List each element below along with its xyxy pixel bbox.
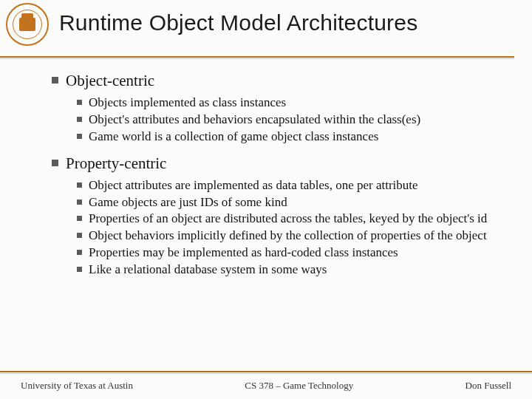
- square-bullet-icon: [77, 250, 82, 255]
- divider-top: [0, 56, 514, 58]
- footer-institution: University of Texas at Austin: [21, 380, 133, 392]
- list-item-text: Game objects are just IDs of some kind: [89, 194, 287, 211]
- section-sublist: Objects implemented as class instances O…: [77, 95, 510, 144]
- slide-footer: University of Texas at Austin CS 378 – G…: [21, 380, 511, 392]
- list-item: Game objects are just IDs of some kind: [77, 194, 510, 211]
- list-item-text: Properties may be implemented as hard-co…: [89, 245, 398, 261]
- list-item-text: Like a relational database system in som…: [89, 262, 327, 278]
- list-item-text: Object attributes are implemented as dat…: [89, 177, 418, 194]
- list-item-text: Object's attributes and behaviors encaps…: [89, 112, 420, 128]
- square-bullet-icon: [77, 134, 82, 139]
- square-bullet-icon: [77, 267, 82, 272]
- list-item: Objects implemented as class instances: [77, 95, 510, 111]
- square-bullet-icon: [77, 233, 82, 238]
- list-item: Properties of an object are distributed …: [77, 211, 510, 227]
- list-item: Like a relational database system in som…: [77, 262, 510, 278]
- section-heading: Object-centric: [52, 71, 510, 90]
- list-item-text: Properties of an object are distributed …: [89, 211, 487, 227]
- square-bullet-icon: [52, 77, 58, 83]
- footer-course: CS 378 – Game Technology: [245, 380, 353, 392]
- list-item: Object behaviors implicitly defined by t…: [77, 228, 510, 244]
- institution-seal-icon: [6, 3, 49, 46]
- slide-content: Object-centric Objects implemented as cl…: [52, 71, 510, 362]
- section-heading: Property-centric: [52, 154, 510, 173]
- square-bullet-icon: [77, 200, 82, 205]
- list-item: Object's attributes and behaviors encaps…: [77, 112, 510, 128]
- section-heading-text: Property-centric: [66, 154, 166, 173]
- square-bullet-icon: [77, 183, 82, 188]
- footer-author: Don Fussell: [466, 380, 511, 392]
- title-area: Runtime Object Model Architectures: [59, 10, 517, 35]
- section-sublist: Object attributes are implemented as dat…: [77, 177, 510, 278]
- list-item: Game world is a collection of game objec…: [77, 129, 510, 145]
- list-item-text: Objects implemented as class instances: [89, 95, 286, 111]
- slide-title: Runtime Object Model Architectures: [59, 10, 517, 35]
- section-heading-text: Object-centric: [66, 71, 154, 90]
- square-bullet-icon: [77, 216, 82, 221]
- list-item: Properties may be implemented as hard-co…: [77, 245, 510, 261]
- divider-bottom: [0, 371, 532, 372]
- square-bullet-icon: [77, 117, 82, 122]
- square-bullet-icon: [77, 100, 82, 105]
- list-item-text: Game world is a collection of game objec…: [89, 129, 378, 145]
- square-bullet-icon: [52, 160, 58, 166]
- list-item-text: Object behaviors implicitly defined by t…: [89, 228, 487, 244]
- list-item: Object attributes are implemented as dat…: [77, 177, 510, 194]
